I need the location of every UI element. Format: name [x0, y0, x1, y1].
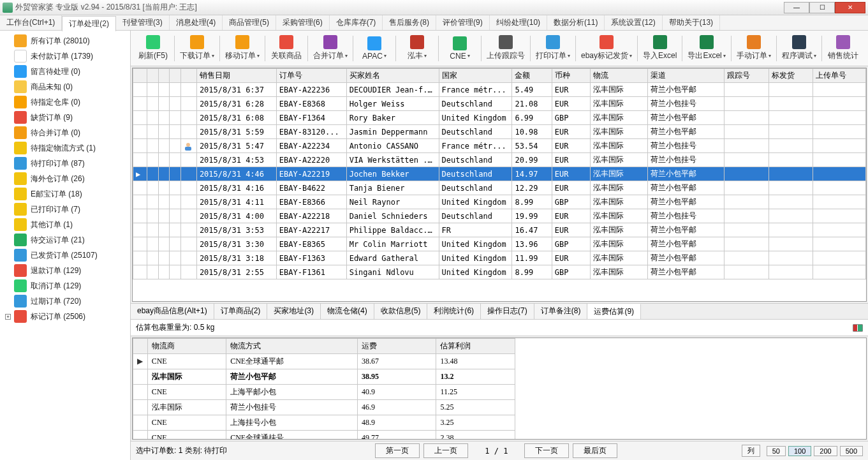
table-row[interactable]: 泓丰国际荷兰小包平邮38.9513.2	[133, 369, 515, 385]
toolbar-button[interactable]: 刷新(F5)	[135, 33, 172, 64]
main-tab[interactable]: 数据分析(11)	[547, 15, 605, 30]
toolbar-button[interactable]: 销售统计	[825, 33, 862, 64]
sidebar-item[interactable]: E邮宝订单 (18)	[1, 186, 129, 202]
main-tab[interactable]: 评价管理(9)	[436, 15, 490, 30]
sidebar-item[interactable]: 海外仓订单 (26)	[1, 171, 129, 186]
detail-tab[interactable]: 订单备注(8)	[534, 304, 588, 319]
column-header[interactable]: 上传单号	[813, 69, 866, 83]
main-tab[interactable]: 系统设置(12)	[605, 15, 662, 30]
detail-tab[interactable]: 运费估算(9)	[587, 304, 641, 319]
sidebar-item[interactable]: 退款订单 (129)	[1, 263, 129, 278]
table-row[interactable]: 2015/8/31 4:53EBAY-A22220VIA Werkstätten…	[133, 153, 866, 167]
prev-page-button[interactable]: 上一页	[423, 443, 468, 458]
column-header[interactable]: 订单号	[276, 69, 346, 83]
sidebar-item[interactable]: 过期订单 (720)	[1, 293, 129, 309]
toolbar-button[interactable]: 上传跟踪号	[484, 33, 527, 64]
table-row[interactable]: 2015/8/31 6:08EBAY-F1364Rory BakerUnited…	[133, 111, 866, 125]
page-size-button[interactable]: 100	[788, 446, 811, 456]
sidebar-item[interactable]: 已打印订单 (7)	[1, 202, 129, 217]
orders-grid[interactable]: 销售日期订单号买家姓名国家金额币种物流渠道跟踪号标发货上传单号2015/8/31…	[132, 68, 867, 302]
table-row[interactable]: 2015/8/31 4:11EBAY-E8366Neil RaynorUnite…	[133, 195, 866, 209]
detail-tab[interactable]: 利润统计(6)	[427, 304, 481, 319]
detail-tab[interactable]: 收款信息(5)	[374, 304, 428, 319]
main-tab[interactable]: 售后服务(8)	[383, 15, 436, 30]
detail-tab[interactable]: 物流仓储(4)	[321, 304, 374, 319]
table-row[interactable]: 2015/8/31 5:59EBAY-83120...Jasmin Depper…	[133, 125, 866, 139]
column-header[interactable]	[180, 69, 196, 83]
sidebar-item[interactable]: 待指定物流方式 (1)	[1, 140, 129, 156]
toolbar-button[interactable]: APAC▾	[356, 33, 393, 64]
sidebar-item[interactable]: 缺货订单 (9)	[1, 110, 129, 125]
table-row[interactable]: 2015/8/31 2:55EBAY-F1361Singani NdlovuUn…	[133, 265, 866, 279]
table-row[interactable]: 泓丰国际荷兰小包挂号46.95.25	[133, 400, 515, 415]
page-size-button[interactable]: 200	[814, 446, 837, 456]
table-row[interactable]: 2015/8/31 6:28EBAY-E8368Holger WeissDeut…	[133, 97, 866, 111]
toolbar-button[interactable]: 下载订单▾	[177, 33, 217, 64]
column-header[interactable]: 物流	[590, 69, 647, 83]
main-tab[interactable]: 纠纷处理(10)	[490, 15, 547, 30]
last-page-button[interactable]: 最后页	[573, 443, 617, 458]
detail-tab[interactable]: 操作日志(7)	[481, 304, 534, 319]
column-header[interactable]	[170, 69, 180, 83]
sidebar-item[interactable]: 商品未知 (0)	[1, 79, 129, 94]
expand-icon[interactable]: +	[5, 314, 11, 320]
table-row[interactable]: 2015/8/31 4:16EBAY-B4622Tanja BienerDeut…	[133, 181, 866, 195]
first-page-button[interactable]: 第一页	[375, 443, 420, 458]
column-header[interactable]: 物流方式	[226, 339, 358, 354]
toolbar-button[interactable]: 打印订单▾	[533, 33, 573, 64]
main-tab[interactable]: 订单处理(2)	[62, 16, 116, 31]
toolbar-button[interactable]: 移动订单▾	[223, 33, 262, 64]
table-row[interactable]: ▶CNECNE全球通平邮38.6713.48	[133, 354, 515, 369]
toolbar-button[interactable]: 合并订单▾	[311, 33, 350, 64]
main-tab[interactable]: 帮助关于(13)	[663, 15, 720, 30]
table-row[interactable]: ▶2015/8/31 4:46EBAY-A22219Jochen BekkerD…	[133, 167, 866, 181]
sidebar-item[interactable]: 待打印订单 (87)	[1, 156, 129, 171]
toolbar-button[interactable]: ebay标记发货▾	[578, 33, 635, 64]
table-row[interactable]: 2015/8/31 3:30EBAY-E8365Mr Colin Marriot…	[133, 237, 866, 251]
toolbar-button[interactable]: 导出Excel▾	[685, 33, 728, 64]
sidebar-item[interactable]: 未付款订单 (1739)	[1, 48, 129, 64]
sidebar-item[interactable]: 取消订单 (129)	[1, 278, 129, 293]
column-header[interactable]	[147, 69, 158, 83]
table-row[interactable]: 2015/8/31 4:00EBAY-A22218Daniel Schniede…	[133, 209, 866, 223]
main-tab[interactable]: 工作台(Ctrl+1)	[0, 15, 62, 30]
toolbar-button[interactable]: 手动订单▾	[734, 33, 774, 64]
main-tab[interactable]: 商品管理(5)	[223, 15, 276, 30]
table-row[interactable]: 2015/8/31 5:47EBAY-A22234Antonio CASSANO…	[133, 139, 866, 153]
shipping-estimate-grid[interactable]: 物流商物流方式运费估算利润▶CNECNE全球通平邮38.6713.48泓丰国际荷…	[132, 338, 867, 440]
column-header[interactable]: 国家	[439, 69, 512, 83]
page-size-button[interactable]: 500	[840, 446, 863, 456]
table-row[interactable]: 2015/8/31 6:37EBAY-A22236DECOUDIER Jean-…	[133, 83, 866, 97]
book-icon[interactable]	[853, 324, 863, 332]
column-header[interactable]	[133, 339, 148, 354]
sidebar-item[interactable]: 其他订单 (1)	[1, 217, 129, 232]
column-header[interactable]: 标发货	[769, 69, 813, 83]
sidebar-item[interactable]: 已发货订单 (25107)	[1, 248, 129, 263]
column-header[interactable]: 渠道	[647, 69, 724, 83]
column-header[interactable]: 估算利润	[436, 339, 515, 354]
sidebar-item[interactable]: 留言待处理 (0)	[1, 64, 129, 79]
toolbar-button[interactable]: 泓丰▾	[399, 33, 436, 64]
toolbar-button[interactable]: CNE▾	[441, 33, 478, 64]
maximize-button[interactable]: ☐	[809, 2, 835, 13]
column-header[interactable]: 金额	[512, 69, 552, 83]
table-row[interactable]: CNE上海挂号小包48.93.25	[133, 415, 515, 431]
column-header[interactable]	[158, 69, 169, 83]
main-tab[interactable]: 刊登管理(3)	[116, 15, 170, 30]
column-header[interactable]: 物流商	[147, 339, 226, 354]
table-row[interactable]: 2015/8/31 3:18EBAY-F1363Edward GatheralU…	[133, 251, 866, 265]
columns-button[interactable]: 列	[742, 445, 760, 457]
main-tab[interactable]: 仓库库存(7)	[330, 15, 383, 30]
column-header[interactable]: 买家姓名	[346, 69, 439, 83]
page-size-button[interactable]: 50	[767, 446, 786, 456]
toolbar-button[interactable]: 关联商品	[268, 33, 305, 64]
table-row[interactable]: 2015/8/31 3:53EBAY-A22217Philippe Baldac…	[133, 223, 866, 237]
table-row[interactable]: CNE上海平邮小包40.911.25	[133, 385, 515, 400]
detail-tab[interactable]: ebay商品信息(Alt+1)	[131, 304, 214, 319]
toolbar-button[interactable]: 导入Excel	[640, 33, 679, 64]
table-row[interactable]: CNECNE全球通挂号49.772.38	[133, 431, 515, 440]
column-header[interactable]: 销售日期	[196, 69, 276, 83]
next-page-button[interactable]: 下一页	[524, 443, 569, 458]
detail-tab[interactable]: 订单商品(2)	[214, 304, 268, 319]
column-header[interactable]: 运费	[357, 339, 436, 354]
